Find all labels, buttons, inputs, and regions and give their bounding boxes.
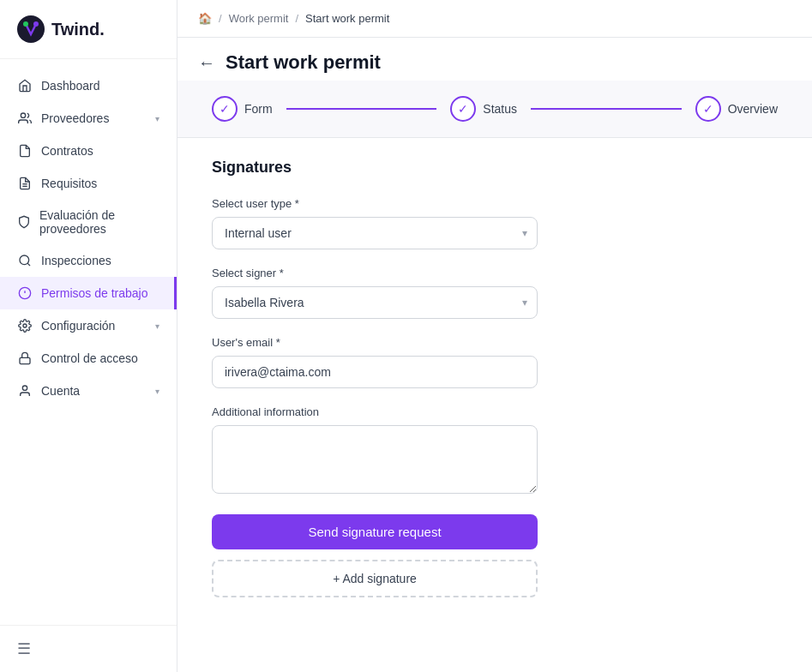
sidebar-item-label: Dashboard bbox=[41, 79, 100, 93]
email-label: User's email * bbox=[212, 336, 778, 349]
user-type-label: Select user type * bbox=[212, 197, 778, 210]
sidebar-item-evaluacion[interactable]: Evaluación de proveedores bbox=[0, 200, 177, 244]
lock-icon bbox=[17, 351, 33, 366]
svg-point-3 bbox=[21, 113, 25, 117]
sidebar-item-permisos[interactable]: Permisos de trabajo bbox=[0, 277, 177, 309]
svg-point-2 bbox=[33, 21, 39, 27]
breadcrumb-work-permit[interactable]: Work permit bbox=[229, 12, 289, 25]
top-bar: 🏠 / Work permit / Start work permit bbox=[177, 0, 812, 38]
add-signature-button[interactable]: + Add signature bbox=[212, 560, 538, 597]
search-icon bbox=[17, 253, 33, 268]
permit-icon bbox=[17, 285, 33, 301]
breadcrumb: 🏠 / Work permit / Start work permit bbox=[198, 12, 389, 25]
chevron-down-icon: ▾ bbox=[155, 321, 159, 331]
step-line-1 bbox=[286, 108, 437, 110]
main-content: 🏠 / Work permit / Start work permit ← St… bbox=[177, 0, 812, 672]
sidebar-item-contratos[interactable]: Contratos bbox=[0, 135, 177, 167]
hamburger-icon[interactable]: ☰ bbox=[17, 640, 31, 657]
sidebar-item-label: Permisos de trabajo bbox=[41, 286, 148, 300]
file-icon bbox=[17, 176, 33, 191]
additional-textarea[interactable] bbox=[212, 425, 538, 494]
additional-group: Additional information bbox=[212, 405, 778, 497]
breadcrumb-current: Start work permit bbox=[305, 12, 389, 25]
sidebar-item-label: Evaluación de proveedores bbox=[39, 208, 159, 236]
step-check-icon-3: ✓ bbox=[703, 102, 713, 116]
stepper: ✓ Form ✓ Status ✓ Overview bbox=[212, 96, 778, 122]
svg-rect-12 bbox=[20, 357, 30, 363]
sidebar-item-label: Inspecciones bbox=[41, 254, 111, 267]
chevron-down-icon: ▾ bbox=[155, 114, 159, 123]
signer-label: Select signer * bbox=[212, 267, 778, 279]
section-title: Signatures bbox=[212, 159, 778, 177]
back-button[interactable]: ← bbox=[198, 54, 215, 71]
sidebar-item-label: Configuración bbox=[41, 319, 115, 333]
svg-point-1 bbox=[23, 21, 28, 27]
svg-point-13 bbox=[22, 386, 27, 390]
step-form[interactable]: ✓ Form bbox=[212, 96, 273, 122]
sidebar-item-requisitos[interactable]: Requisitos bbox=[0, 167, 177, 200]
sidebar-item-configuracion[interactable]: Configuración ▾ bbox=[0, 309, 177, 342]
logo: Twind. bbox=[0, 0, 177, 59]
sidebar-item-label: Contratos bbox=[41, 144, 93, 158]
sidebar-item-proveedores[interactable]: Proveedores ▾ bbox=[0, 102, 177, 135]
step-overview-circle: ✓ bbox=[695, 96, 721, 122]
user-type-select[interactable]: Internal userExternal user bbox=[212, 217, 538, 249]
step-form-label: Form bbox=[244, 102, 273, 116]
sidebar-item-label: Cuenta bbox=[41, 384, 80, 398]
sidebar-item-control[interactable]: Control de acceso bbox=[0, 342, 177, 375]
signer-select[interactable]: Isabella Rivera bbox=[212, 286, 538, 319]
step-status-circle: ✓ bbox=[450, 96, 476, 122]
sidebar-item-label: Requisitos bbox=[41, 177, 97, 190]
svg-point-0 bbox=[17, 15, 45, 43]
page-title: Start work permit bbox=[226, 51, 381, 74]
svg-point-11 bbox=[23, 324, 27, 327]
logo-icon bbox=[17, 15, 45, 43]
users-icon bbox=[17, 111, 33, 126]
gear-icon bbox=[17, 318, 33, 333]
email-group: User's email * bbox=[212, 336, 778, 388]
email-field[interactable] bbox=[212, 356, 538, 388]
sidebar-item-inspecciones[interactable]: Inspecciones bbox=[0, 244, 177, 277]
sidebar-item-label: Proveedores bbox=[41, 111, 109, 125]
chevron-down-icon: ▾ bbox=[155, 387, 159, 396]
breadcrumb-home-icon[interactable]: 🏠 bbox=[198, 12, 212, 25]
svg-line-7 bbox=[27, 263, 30, 266]
breadcrumb-sep-2: / bbox=[295, 12, 298, 25]
stepper-bar: ✓ Form ✓ Status ✓ Overview bbox=[177, 81, 812, 138]
signer-select-wrapper: Isabella Rivera ▾ bbox=[212, 286, 538, 319]
step-check-icon: ✓ bbox=[220, 102, 230, 116]
home-icon bbox=[17, 78, 33, 93]
additional-label: Additional information bbox=[212, 405, 778, 418]
step-status-label: Status bbox=[483, 102, 517, 116]
form-content: Signatures Select user type * Internal u… bbox=[177, 138, 812, 672]
sidebar-nav: Dashboard Proveedores ▾ Contratos bbox=[0, 59, 177, 625]
breadcrumb-sep: / bbox=[219, 12, 222, 25]
sidebar-item-cuenta[interactable]: Cuenta ▾ bbox=[0, 375, 177, 407]
document-icon bbox=[17, 143, 33, 159]
signer-group: Select signer * Isabella Rivera ▾ bbox=[212, 267, 778, 319]
step-status[interactable]: ✓ Status bbox=[450, 96, 517, 122]
user-icon bbox=[17, 383, 33, 399]
user-type-group: Select user type * Internal userExternal… bbox=[212, 197, 778, 249]
step-line-2 bbox=[531, 108, 682, 110]
step-overview-label: Overview bbox=[728, 102, 778, 116]
step-check-icon-2: ✓ bbox=[458, 102, 468, 116]
sidebar-bottom: ☰ bbox=[0, 625, 177, 672]
sidebar-item-dashboard[interactable]: Dashboard bbox=[0, 69, 177, 102]
send-signature-button[interactable]: Send signature request bbox=[212, 514, 538, 549]
step-form-circle: ✓ bbox=[212, 96, 238, 122]
sidebar: Twind. Dashboard Proveedores ▾ bbox=[0, 0, 177, 672]
sidebar-item-label: Control de acceso bbox=[41, 351, 138, 365]
svg-point-6 bbox=[20, 255, 29, 265]
step-overview[interactable]: ✓ Overview bbox=[695, 96, 778, 122]
shield-icon bbox=[17, 214, 31, 230]
logo-text: Twind. bbox=[51, 20, 105, 39]
page-header: ← Start work permit bbox=[177, 38, 812, 81]
user-type-select-wrapper: Internal userExternal user ▾ bbox=[212, 217, 538, 249]
